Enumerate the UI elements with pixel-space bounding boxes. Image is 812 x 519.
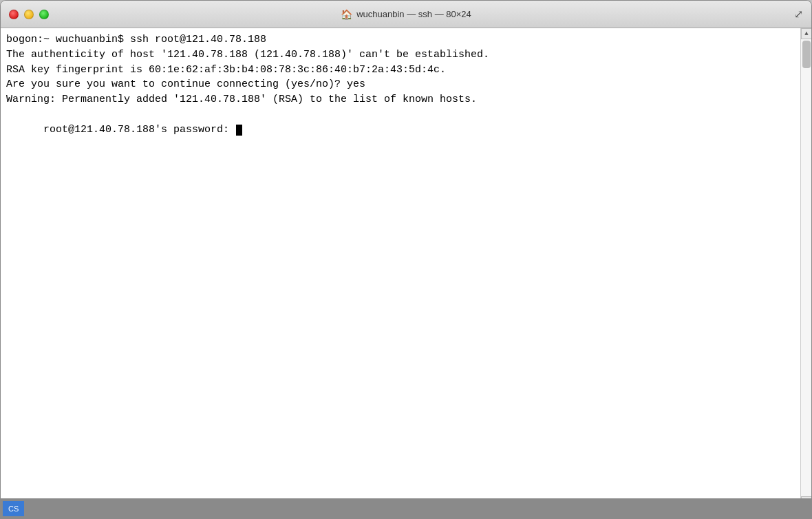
window-title: 🏠 wuchuanbin — ssh — 80×24 (341, 9, 471, 20)
cursor (236, 125, 242, 136)
house-icon: 🏠 (341, 9, 352, 20)
scrollbar-track: ▲ ▼ ▼ (800, 28, 811, 518)
maximize-button[interactable] (39, 10, 49, 19)
close-button[interactable] (9, 10, 19, 19)
terminal-line-1: bogon:~ wuchuanbin$ ssh root@121.40.78.1… (6, 32, 806, 47)
titlebar: 🏠 wuchuanbin — ssh — 80×24 ⤢ (1, 1, 811, 28)
terminal-line-3: RSA key fingerprint is 60:1e:62:af:3b:b4… (6, 63, 806, 78)
terminal-line-4: Are you sure you want to continue connec… (6, 77, 806, 92)
taskbar-item-label: CS (8, 505, 19, 513)
traffic-lights (9, 10, 49, 19)
scroll-up-button[interactable]: ▲ (801, 28, 811, 39)
terminal-line-6: root@121.40.78.188's password: (6, 107, 806, 152)
terminal-window: 🏠 wuchuanbin — ssh — 80×24 ⤢ bogon:~ wuc… (0, 0, 812, 519)
password-prompt: root@121.40.78.188's password: (43, 124, 235, 136)
minimize-button[interactable] (24, 10, 34, 19)
scrollbar-thumb[interactable] (802, 41, 811, 68)
terminal-line-2: The authenticity of host '121.40.78.188 … (6, 47, 806, 63)
resize-button[interactable]: ⤢ (794, 8, 803, 21)
bottom-taskbar: CS (0, 498, 812, 519)
terminal-line-5: Warning: Permanently added '121.40.78.18… (6, 92, 806, 107)
taskbar-item[interactable]: CS (3, 501, 24, 516)
title-text: wuchuanbin — ssh — 80×24 (356, 9, 471, 19)
terminal-body[interactable]: bogon:~ wuchuanbin$ ssh root@121.40.78.1… (1, 28, 811, 518)
